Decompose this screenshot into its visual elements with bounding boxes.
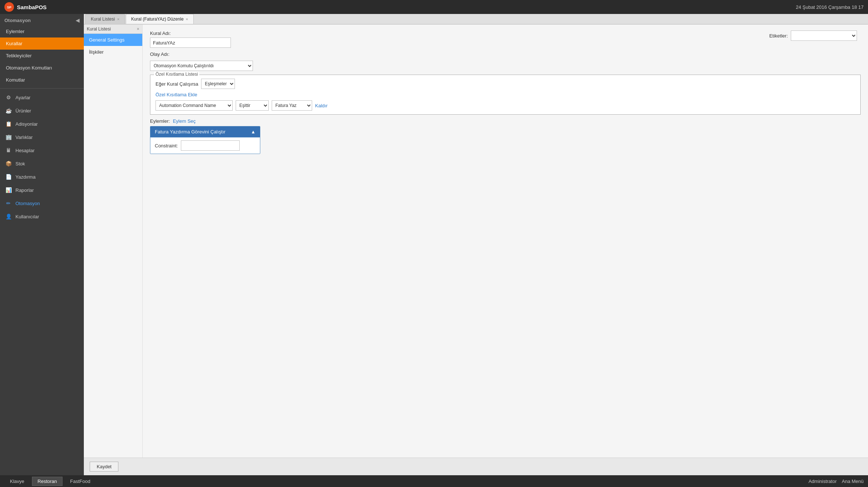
sidebar-nav-tetikleyiciler[interactable]: Tetikleyiciler bbox=[0, 50, 84, 62]
logo-svg: SP bbox=[6, 3, 13, 11]
sidebar-item-raporlar[interactable]: 📊 Raporlar bbox=[0, 183, 84, 197]
logo-icon: SP bbox=[4, 2, 14, 12]
save-button-area: Kaydet bbox=[84, 458, 868, 475]
gear-icon: ⚙ bbox=[5, 94, 12, 101]
constraint-field-row: Constraint: bbox=[155, 140, 256, 151]
sidebar-item-urunler[interactable]: ☕ Ürünler bbox=[0, 104, 84, 117]
action-list-item-header[interactable]: Fatura Yazdırma Görevini Çalıştır ▲ bbox=[150, 126, 260, 137]
sidebar-item-yazdirma[interactable]: 📄 Yazdırma bbox=[0, 170, 84, 183]
bottombar: Klavye Restoran FastFood Administrator A… bbox=[0, 475, 868, 487]
sidebar: Otomasyon ◀ Eylemler Kurallar Tetikleyic… bbox=[0, 14, 84, 475]
eger-kural-calisirsa-label: Eğer Kural Çalışırsa bbox=[156, 81, 198, 87]
left-panel-header: Kural Listesi × bbox=[84, 25, 142, 34]
sidebar-item-hesaplar[interactable]: 🖩 Hesaplar bbox=[0, 144, 84, 157]
tab-kural-listesi-label: Kural Listesi bbox=[91, 17, 115, 22]
left-panel-general-settings[interactable]: General Settings bbox=[84, 34, 142, 46]
sidebar-item-label-yazdirma: Yazdırma bbox=[15, 174, 36, 180]
constraint-val-select[interactable]: Fatura Yaz bbox=[272, 100, 312, 111]
action-header: Eylemler: Eylem Seç bbox=[150, 118, 861, 124]
constraint-field1-select[interactable]: Automation Command Name bbox=[156, 100, 233, 111]
sidebar-item-kullanicilar[interactable]: 👤 Kullanıcılar bbox=[0, 210, 84, 223]
bottom-tab-restoran[interactable]: Restoran bbox=[32, 477, 62, 486]
sidebar-nav-komutlar[interactable]: Komutlar bbox=[0, 74, 84, 86]
app-title: SambaPOS bbox=[17, 4, 47, 10]
etiketler-select[interactable] bbox=[791, 31, 857, 41]
ozel-kisitlama-listesi-box: Özel Kısıtlama Listesi Eğer Kural Çalışı… bbox=[150, 75, 861, 115]
olay-adi-row: Olay Adı: bbox=[150, 51, 861, 57]
tab-kural-duzenle[interactable]: Kural (FaturaYAz) Düzenle × bbox=[126, 14, 194, 24]
sidebar-collapse-icon[interactable]: ◀ bbox=[76, 18, 79, 23]
sidebar-item-label-raporlar: Raporlar bbox=[15, 187, 34, 193]
pen-icon: ✏ bbox=[5, 200, 12, 207]
constraint-input[interactable] bbox=[181, 140, 240, 151]
sidebar-item-label-hesaplar: Hesaplar bbox=[15, 148, 35, 153]
sidebar-nav-kurallar[interactable]: Kurallar bbox=[0, 37, 84, 50]
sidebar-item-label-kullanicilar: Kullanıcılar bbox=[15, 214, 39, 219]
sidebar-header: Otomasyon ◀ bbox=[0, 14, 84, 25]
calc-icon: 🖩 bbox=[5, 147, 12, 154]
olay-adi-select[interactable]: Otomasyon Komutu Çalıştırıldı bbox=[150, 61, 253, 71]
bottombar-left: Klavye Restoran FastFood bbox=[4, 477, 96, 486]
eger-kural-row: Eğer Kural Çalışırsa Eşleşmeler bbox=[156, 79, 855, 89]
sidebar-item-label-otomasyon: Otomasyon bbox=[15, 201, 40, 206]
tab-kural-listesi-close[interactable]: × bbox=[117, 17, 119, 21]
doc-icon: 📄 bbox=[5, 173, 12, 180]
eslesmeler-select[interactable]: Eşleşmeler bbox=[201, 79, 235, 89]
eylem-sec-button[interactable]: Eylem Seç bbox=[173, 118, 196, 124]
action-list-item-body: Constraint: bbox=[150, 137, 260, 154]
sidebar-item-ayarlar[interactable]: ⚙ Ayarlar bbox=[0, 91, 84, 104]
sidebar-item-stok[interactable]: 📦 Stok bbox=[0, 157, 84, 170]
bottombar-right: Administrator Ana Menü bbox=[808, 479, 864, 484]
sidebar-header-label: Otomasyon bbox=[4, 18, 31, 23]
coffee-icon: ☕ bbox=[5, 107, 12, 114]
kural-adi-label: Kural Adı: bbox=[150, 31, 231, 36]
sidebar-item-adisyonlar[interactable]: 📋 Adisyonlar bbox=[0, 117, 84, 130]
action-item-label: Fatura Yazdırma Görevini Çalıştır bbox=[155, 129, 225, 135]
svg-text:SP: SP bbox=[7, 6, 11, 9]
bottom-tab-klavye[interactable]: Klavye bbox=[4, 477, 30, 486]
kaldir-link[interactable]: Kaldır bbox=[315, 103, 328, 108]
action-list-item: Fatura Yazdırma Görevini Çalıştır ▲ Cons… bbox=[150, 126, 260, 154]
left-panel: Kural Listesi × General Settings İlişkil… bbox=[84, 25, 143, 458]
action-section: Eylemler: Eylem Seç Fatura Yazdırma Göre… bbox=[150, 118, 861, 154]
ozel-kisitlama-ekle-row: Özel Kısıtlama Ekle bbox=[156, 92, 855, 97]
kaydet-button[interactable]: Kaydet bbox=[90, 462, 118, 472]
left-panel-close-btn[interactable]: × bbox=[137, 26, 139, 32]
content-area: Kural Listesi × Kural (FaturaYAz) Düzenl… bbox=[84, 14, 868, 475]
left-panel-header-label: Kural Listesi bbox=[87, 26, 111, 32]
ozel-kisitlama-listesi-title: Özel Kısıtlama Listesi bbox=[154, 72, 199, 77]
kural-adi-input[interactable] bbox=[150, 37, 231, 48]
bottom-tab-fastfood[interactable]: FastFood bbox=[65, 477, 96, 486]
topbar-left: SP SambaPOS bbox=[4, 2, 47, 12]
sidebar-item-label-adisyonlar: Adisyonlar bbox=[15, 121, 38, 127]
sidebar-item-label-varliklar: Varlıklar bbox=[15, 135, 33, 140]
tab-bar: Kural Listesi × Kural (FaturaYAz) Düzenl… bbox=[84, 14, 868, 25]
constraint-op-select[interactable]: Eşittir bbox=[236, 100, 269, 111]
sidebar-item-label-ayarlar: Ayarlar bbox=[15, 95, 31, 100]
sidebar-nav-otomasyon-komutlari[interactable]: Otomasyon Komutları bbox=[0, 62, 84, 74]
olay-adi-label: Olay Adı: bbox=[150, 51, 169, 57]
admin-label: Administrator bbox=[808, 479, 837, 484]
table-icon: 📋 bbox=[5, 121, 12, 127]
ozel-kisitlama-ekle-button[interactable]: Özel Kısıtlama Ekle bbox=[156, 92, 197, 97]
tab-kural-listesi[interactable]: Kural Listesi × bbox=[85, 14, 125, 24]
tab-kural-duzenle-label: Kural (FaturaYAz) Düzenle bbox=[131, 17, 184, 22]
chart-icon: 📊 bbox=[5, 187, 12, 193]
box-icon: 📦 bbox=[5, 160, 12, 167]
tab-kural-duzenle-close[interactable]: × bbox=[186, 17, 188, 21]
top-form-row: Kural Adı: Etiketler: bbox=[150, 31, 861, 48]
sidebar-item-label-urunler: Ürünler bbox=[15, 108, 31, 114]
main-layout: Otomasyon ◀ Eylemler Kurallar Tetikleyic… bbox=[0, 14, 868, 475]
sidebar-item-varliklar[interactable]: 🏢 Varlıklar bbox=[0, 130, 84, 144]
etiketler-area: Etiketler: bbox=[769, 31, 857, 41]
sidebar-nav-eylemler[interactable]: Eylemler bbox=[0, 25, 84, 37]
eylemler-label: Eylemler: bbox=[150, 118, 170, 124]
topbar: SP SambaPOS 24 Şubat 2016 Çarşamba 18 17 bbox=[0, 0, 868, 14]
panel-area: Kural Listesi × General Settings İlişkil… bbox=[84, 25, 868, 458]
user-icon: 👤 bbox=[5, 213, 12, 220]
etiketler-label: Etiketler: bbox=[769, 33, 788, 39]
ana-menu-label: Ana Menü bbox=[842, 479, 864, 484]
olay-adi-select-row: Otomasyon Komutu Çalıştırıldı bbox=[150, 61, 861, 71]
left-panel-iliskiler[interactable]: İlişkiler bbox=[84, 46, 142, 58]
sidebar-item-otomasyon[interactable]: ✏ Otomasyon bbox=[0, 197, 84, 210]
